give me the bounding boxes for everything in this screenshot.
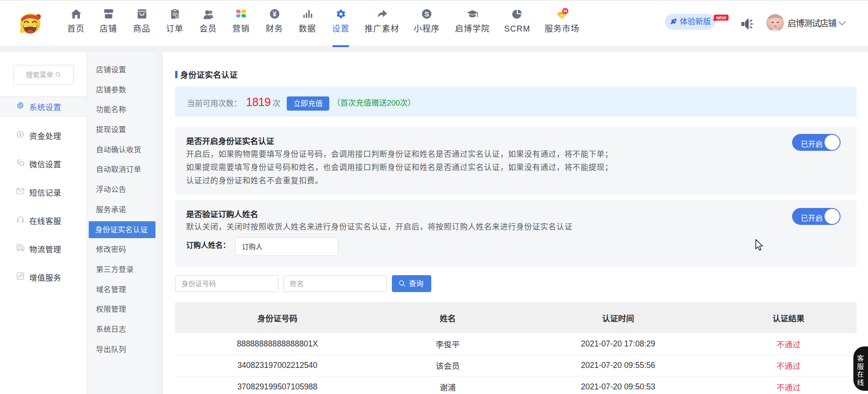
svg-text:S: S	[424, 10, 429, 18]
